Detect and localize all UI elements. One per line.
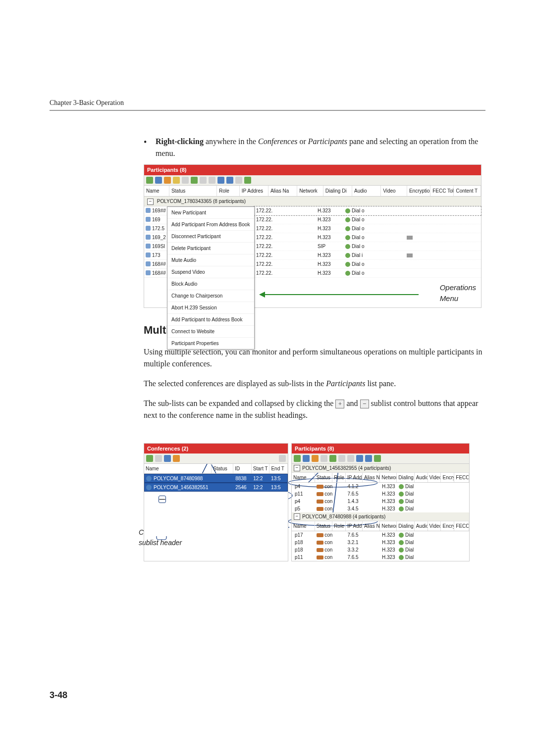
col-audio[interactable]: Audio [415,521,428,531]
table-row[interactable]: 172.22. H.323 Dial o [254,233,481,242]
table-row[interactable]: p11conn7.6.5H.323Dial [292,490,469,498]
col-fecc[interactable]: FECC Tok [430,186,454,196]
toolbar-icon[interactable] [191,177,198,184]
col-network[interactable]: Network [380,521,397,531]
toolbar-icon[interactable] [182,177,189,184]
col-dialing[interactable]: Dialing D [397,521,414,531]
col-audio[interactable]: Audio [352,186,381,196]
menu-add-from-book[interactable]: Add Participant From Address Book [167,219,254,231]
col-status[interactable]: Status [212,464,233,473]
collapse-icon[interactable]: − [147,199,154,205]
table-row[interactable]: p4conn4.1.2H.323Dial [292,483,469,490]
sublist-header[interactable]: − POLYCOM_87480988 (4 participants) [292,512,469,521]
toolbar-icon[interactable] [244,177,251,184]
table-row[interactable]: 172.22. H.323 Dial o [254,215,481,224]
toolbar-icon[interactable] [200,177,207,184]
toolbar-icon[interactable] [173,177,180,184]
col-id[interactable]: ID [233,464,252,473]
toolbar-icon[interactable] [173,455,180,462]
col-network[interactable]: Network [380,473,397,482]
collapse-icon[interactable]: − [294,513,300,520]
col-video[interactable]: Video [428,521,441,531]
col-status[interactable]: Status [315,473,332,482]
toolbar-icon[interactable] [155,455,162,462]
table-row[interactable]: 172.22. H.323 Dial o [254,260,481,269]
toolbar-icon[interactable] [209,177,215,184]
col-end[interactable]: End T [269,464,288,473]
toolbar-icon[interactable] [329,455,336,462]
col-dialing[interactable]: Dialing Di [323,186,352,196]
toolbar-icon[interactable] [374,455,381,462]
col-video[interactable]: Video [381,186,407,196]
col-role[interactable]: Role [332,521,346,531]
table-row[interactable]: 172.22. H.323 Dial i [254,251,481,260]
table-row[interactable]: 169## [144,206,167,215]
col-network[interactable]: Network [297,186,323,196]
toolbar-icon[interactable] [338,455,345,462]
table-row[interactable]: 169_2 [144,233,167,242]
col-fecc[interactable]: FECC T [454,521,469,531]
menu-mute-audio[interactable]: Mute Audio [167,254,254,266]
toolbar-icon[interactable] [146,455,153,462]
collapse-icon[interactable]: − [294,465,300,471]
col-start[interactable]: Start T [252,464,270,473]
table-row[interactable]: 172.5 [144,224,167,233]
table-row[interactable]: p11conn7.6.5H.323Dial [292,554,469,561]
col-fecc[interactable]: FECC T [454,473,469,482]
toolbar-icon[interactable] [303,455,310,462]
toolbar-icon[interactable] [164,455,171,462]
toolbar-icon[interactable] [146,177,153,184]
col-dialing[interactable]: Dialing D [397,473,414,482]
toolbar-icon[interactable] [279,455,286,462]
table-row[interactable]: 169 [144,215,167,224]
table-row[interactable]: 169SI [144,242,167,251]
col-role[interactable]: Role [217,186,239,196]
col-ip[interactable]: IP Add [346,473,363,482]
col-encryption[interactable]: Encryptio [407,186,430,196]
col-role[interactable]: Role [332,473,346,482]
col-content[interactable]: Content T [454,186,481,196]
sublist-header[interactable]: − POLYCOM_1456382955 (4 participants) [292,464,469,473]
menu-disconnect[interactable]: Disconnect Participant [167,231,254,243]
col-status[interactable]: Status [315,521,332,531]
col-alias[interactable]: Alias Na [363,473,380,482]
group-header[interactable]: − POLYCOM_1780343365 (8 participants) [144,197,481,206]
toolbar-icon[interactable] [321,455,327,462]
col-alias[interactable]: Alias Na [363,521,380,531]
col-name[interactable]: Name [144,464,212,473]
col-encryp[interactable]: Encryp [441,521,454,531]
menu-properties[interactable]: Participant Properties [167,338,254,349]
table-row[interactable]: 173 [144,251,167,260]
toolbar-icon[interactable] [235,177,242,184]
table-row[interactable]: 172.22. H.323 Dial o [254,269,481,278]
toolbar-icon[interactable] [164,177,171,184]
table-row[interactable]: 168## [144,260,167,269]
conference-row[interactable]: POLYCOM_1456382551 2546 12:2 13:5 [144,483,288,492]
toolbar-icon[interactable] [155,177,162,184]
menu-delete[interactable]: Delete Participant [167,243,254,254]
col-name[interactable]: Name [292,521,315,531]
col-ip[interactable]: IP Add [346,521,363,531]
table-row[interactable]: p18conn3.2.1H.323Dial [292,539,469,546]
col-encryp[interactable]: Encryp [441,473,454,482]
col-name[interactable]: Name [144,186,169,196]
menu-abort-h239[interactable]: Abort H.239 Session [167,302,254,314]
col-alias[interactable]: Alias Na [268,186,297,196]
menu-suspend-video[interactable]: Suspend Video [167,266,254,278]
toolbar-icon[interactable] [217,177,224,184]
table-row[interactable]: p17conn7.6.5H.323Dial [292,531,469,539]
table-row[interactable]: p18conn3.3.2H.323Dial [292,546,469,554]
col-name[interactable]: Name [292,473,315,482]
table-row[interactable]: p4conn1.4.3H.323Dial [292,498,469,505]
table-row[interactable]: 168## [144,269,167,278]
menu-add-to-book[interactable]: Add Participant to Address Book [167,314,254,326]
toolbar-icon[interactable] [347,455,354,462]
toolbar-icon[interactable] [356,455,363,462]
menu-block-audio[interactable]: Block Audio [167,278,254,290]
col-video[interactable]: Video [428,473,441,482]
menu-connect-website[interactable]: Connect to Website [167,326,254,338]
table-row[interactable]: 172.22. H.323 Dial o [254,206,481,215]
menu-new-participant[interactable]: New Participant [167,207,254,219]
toolbar-icon[interactable] [226,177,233,184]
toolbar-icon[interactable] [365,455,372,462]
